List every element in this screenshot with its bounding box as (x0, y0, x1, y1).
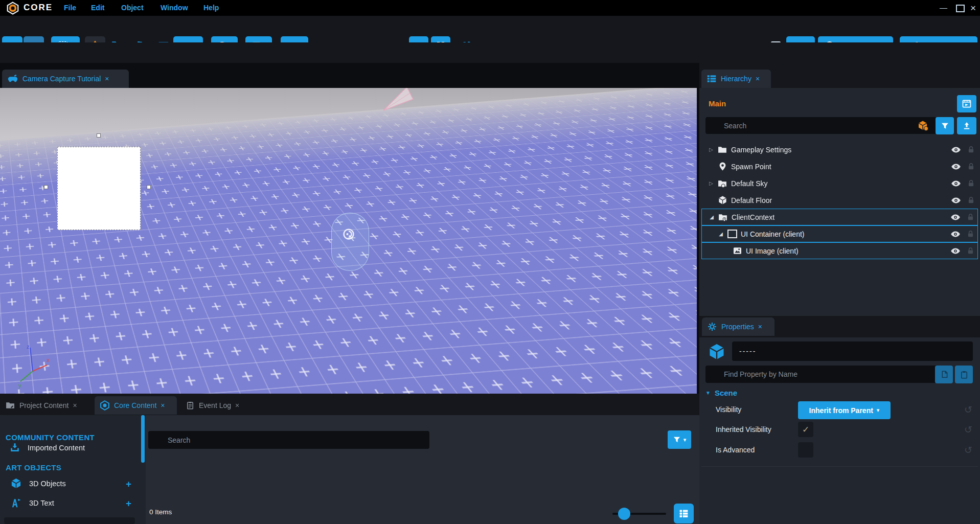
film-scene-icon (962, 99, 972, 109)
viewport-tab[interactable]: Camera Capture Tutorial × (2, 70, 129, 88)
menu-help[interactable]: Help (203, 4, 219, 12)
community-content-header: COMMUNITY CONTENT (6, 433, 95, 442)
3d-text-label: 3D Text (29, 499, 54, 507)
minimize-icon[interactable]: — (940, 4, 947, 11)
folder-client-icon (716, 212, 730, 222)
add-3d-text-button[interactable]: + (126, 498, 131, 509)
tab-core-content[interactable]: Core Content × (95, 396, 177, 415)
content-panel: Project Content × Core Content × Event L… (0, 394, 699, 524)
expand-collapsed-icon[interactable]: ▷ (706, 180, 716, 186)
find-property-input[interactable] (705, 366, 941, 383)
section-scene-label: Scene (715, 389, 737, 397)
close-icon[interactable]: × (758, 323, 762, 331)
svg-text:z: z (27, 344, 30, 350)
export-button[interactable] (957, 117, 976, 134)
resize-handle-top[interactable] (97, 133, 101, 138)
sidebar-item-3d-objects[interactable]: 3D Objects (10, 477, 66, 489)
hierarchy-search-input[interactable] (705, 117, 937, 134)
menu-file[interactable]: File (64, 4, 76, 12)
copy-properties-button[interactable] (935, 366, 953, 383)
close-icon[interactable]: × (235, 401, 239, 409)
hierarchy-row-gameplay-settings[interactable]: ▷ Gameplay Settings (701, 141, 978, 158)
menu-edit[interactable]: Edit (91, 4, 104, 12)
visibility-eye-icon[interactable] (948, 178, 964, 189)
visibility-dropdown[interactable]: Inherit from Parent ▾ (798, 401, 891, 419)
viewport-tab-label: Camera Capture Tutorial (22, 75, 101, 83)
hierarchy-item-label: Default Floor (731, 196, 948, 204)
expand-expanded-icon[interactable]: ◢ (707, 214, 716, 220)
lock-icon[interactable] (964, 179, 978, 188)
tab-event-log[interactable]: Event Log × (180, 396, 246, 415)
tab-project-content[interactable]: Project Content × (0, 396, 94, 415)
reset-icon[interactable]: ↺ (964, 404, 972, 415)
template-cube-button[interactable] (915, 117, 932, 134)
maximize-icon[interactable] (956, 5, 965, 12)
reset-icon[interactable]: ↺ (964, 444, 972, 455)
close-icon[interactable]: × (73, 401, 77, 409)
sidebar-item-imported-content[interactable]: Imported Content (9, 442, 85, 453)
scene-select-button[interactable] (957, 95, 976, 112)
hierarchy-list-icon (706, 74, 717, 84)
sidebar-item-3d-text[interactable]: 3D Text (10, 497, 54, 509)
menu-window[interactable]: Window (161, 4, 188, 12)
list-view-button[interactable] (674, 504, 694, 523)
spawn-point-gizmo[interactable] (331, 213, 369, 271)
close-icon[interactable]: × (161, 401, 165, 409)
expand-collapsed-icon[interactable]: ▷ (706, 147, 716, 152)
hierarchy-filter-button[interactable] (936, 117, 954, 134)
expand-expanded-icon[interactable]: ◢ (716, 231, 725, 237)
sidebar-item-partial[interactable] (4, 517, 135, 524)
content-panel-body: COMMUNITY CONTENT Imported Content ART O… (0, 415, 699, 524)
reset-icon[interactable]: ↺ (964, 424, 972, 435)
sidebar-scrollbar[interactable] (141, 415, 145, 463)
hierarchy-row-default-sky[interactable]: ▷ Default Sky (701, 175, 978, 192)
inherited-visibility-checkbox[interactable]: ✓ (798, 422, 813, 437)
is-advanced-checkbox[interactable] (798, 442, 813, 458)
visibility-eye-icon[interactable] (948, 162, 964, 172)
lock-icon[interactable] (963, 246, 977, 255)
close-icon[interactable]: × (105, 75, 109, 83)
section-scene-header[interactable]: ▼ Scene (705, 389, 737, 397)
hierarchy-item-label: Gameplay Settings (731, 146, 948, 154)
visibility-eye-icon[interactable] (948, 195, 964, 206)
viewport-3d[interactable]: z x y (0, 88, 697, 394)
cone-gizmo[interactable] (379, 88, 416, 113)
menubar: CORE File Edit Object Window Help — × (0, 0, 980, 16)
lock-icon[interactable] (964, 162, 978, 171)
paste-properties-button[interactable] (955, 366, 973, 383)
tab-properties[interactable]: Properties × (702, 317, 774, 336)
tab-hierarchy[interactable]: Hierarchy × (701, 70, 771, 88)
art-objects-header: ART OBJECTS (6, 463, 61, 472)
visibility-eye-icon[interactable] (948, 145, 964, 155)
hierarchy-row-default-floor[interactable]: Default Floor (701, 192, 978, 209)
menu-object[interactable]: Object (121, 4, 144, 12)
visibility-eye-icon[interactable] (948, 229, 963, 239)
hierarchy-row-ui-image[interactable]: UI Image (client) (701, 242, 978, 259)
close-icon[interactable]: × (970, 3, 976, 13)
lock-icon[interactable] (963, 230, 977, 238)
close-icon[interactable]: × (756, 75, 760, 83)
thumbnail-size-slider-thumb[interactable] (618, 508, 630, 520)
imported-content-label: Imported Content (28, 444, 85, 452)
hierarchy-row-ui-container[interactable]: ◢ UI Container (client) (701, 225, 978, 242)
ui-image-canvas-rect[interactable] (57, 147, 141, 230)
content-filter-button[interactable]: ▾ (668, 430, 691, 449)
resize-handle-left[interactable] (44, 185, 48, 189)
filter-funnel-icon (673, 436, 681, 444)
lock-icon[interactable] (964, 196, 978, 204)
svg-text:y: y (18, 382, 21, 389)
object-name-input[interactable] (732, 341, 973, 361)
lock-icon[interactable] (964, 145, 978, 154)
spawn-glyph-icon (341, 226, 356, 242)
hierarchy-item-label: UI Image (client) (746, 247, 948, 255)
paste-clipboard-icon (960, 370, 969, 379)
core-hex-icon (100, 400, 110, 411)
visibility-eye-icon[interactable] (948, 246, 963, 256)
resize-handle-right[interactable] (147, 185, 151, 189)
visibility-eye-icon[interactable] (948, 212, 963, 222)
content-search-input[interactable] (148, 431, 429, 449)
lock-icon[interactable] (963, 213, 977, 221)
hierarchy-row-clientcontext[interactable]: ◢ ClientContext (701, 209, 978, 225)
add-3d-objects-button[interactable]: + (126, 479, 131, 490)
hierarchy-row-spawn-point[interactable]: Spawn Point (701, 158, 978, 175)
